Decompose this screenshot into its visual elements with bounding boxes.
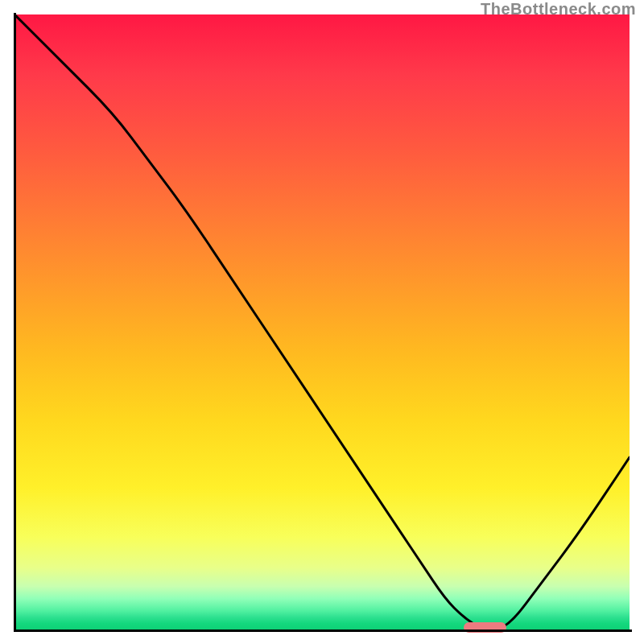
chart-container: TheBottleneck.com (0, 0, 644, 644)
plot-area (14, 14, 630, 630)
x-axis (14, 630, 632, 632)
watermark-text: TheBottleneck.com (481, 0, 636, 19)
y-axis (14, 13, 16, 631)
